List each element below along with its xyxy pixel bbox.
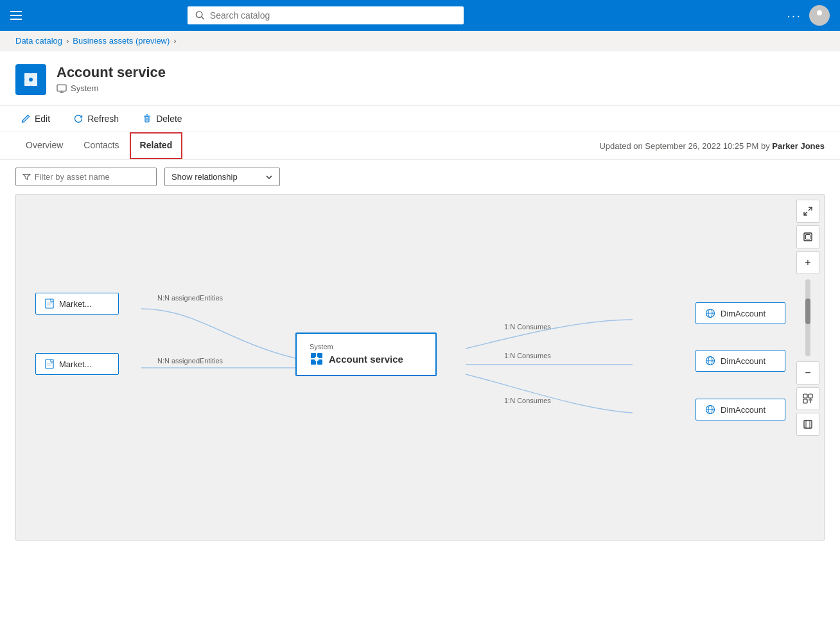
page-subtitle: System	[57, 83, 166, 93]
tabs-bar: Overview Contacts Related Updated on Sep…	[0, 132, 840, 160]
page-subtitle-text: System	[71, 83, 98, 93]
svg-line-1	[202, 17, 204, 19]
svg-point-7	[29, 78, 33, 82]
node-account-service[interactable]: System Account service	[295, 333, 437, 376]
document-icon-2	[45, 359, 54, 369]
zoom-out-icon: −	[805, 367, 810, 379]
toolbar: Edit Refresh Delete	[0, 106, 840, 132]
frame-button[interactable]	[796, 413, 819, 436]
edit-label: Edit	[35, 114, 50, 124]
search-bar	[188, 6, 464, 24]
central-node-subtitle: System	[310, 343, 333, 350]
app-header: ···	[0, 0, 840, 31]
svg-text:1:N Consumes: 1:N Consumes	[504, 397, 551, 404]
delete-icon	[142, 114, 152, 124]
graph-controls: + −	[792, 195, 824, 540]
update-text: Updated on September 26, 2022 10:25 PM b…	[599, 141, 772, 151]
svg-rect-21	[46, 299, 53, 308]
edit-button[interactable]: Edit	[15, 111, 55, 126]
node-dimaccount2[interactable]: DimAccount	[696, 350, 785, 372]
breadcrumb-separator-1: ›	[66, 36, 69, 46]
svg-line-42	[804, 212, 807, 215]
page-title-section: Account service System	[57, 64, 166, 93]
search-input[interactable]	[210, 10, 456, 21]
delete-button[interactable]: Delete	[137, 111, 187, 126]
filter-by-asset-input[interactable]	[35, 172, 150, 182]
svg-rect-8	[57, 85, 66, 91]
node-market1[interactable]: Market...	[35, 293, 119, 315]
svg-rect-11	[145, 117, 149, 122]
svg-point-2	[817, 10, 822, 15]
delete-label: Delete	[156, 114, 182, 124]
edit-icon	[21, 114, 31, 124]
svg-rect-46	[809, 394, 812, 398]
tab-overview[interactable]: Overview	[15, 132, 73, 159]
svg-rect-47	[803, 399, 807, 403]
refresh-icon	[73, 114, 83, 124]
svg-text:N:N assignedEntities: N:N assignedEntities	[157, 294, 223, 302]
avatar[interactable]	[809, 5, 830, 26]
relationship-dropdown[interactable]: Show relationship	[164, 168, 280, 186]
more-options-button[interactable]: ···	[787, 8, 801, 23]
svg-text:N:N assignedEntities: N:N assignedEntities	[157, 357, 223, 365]
layout-button[interactable]	[796, 387, 819, 410]
node-market2[interactable]: Market...	[35, 353, 119, 375]
system-icon	[57, 84, 67, 93]
data-icon-2	[705, 356, 715, 366]
market2-label: Market...	[59, 359, 92, 369]
dimaccount3-label: DimAccount	[721, 405, 766, 415]
relationship-dropdown-label: Show relationship	[171, 172, 260, 182]
zoom-in-icon: +	[805, 257, 810, 268]
svg-text:1:N Consumes: 1:N Consumes	[504, 323, 551, 331]
svg-rect-43	[804, 233, 812, 241]
dimaccount2-label: DimAccount	[721, 356, 766, 366]
document-icon-1	[45, 298, 54, 309]
market1-label: Market...	[59, 299, 92, 309]
fit-icon	[803, 232, 813, 242]
refresh-label: Refresh	[87, 114, 119, 124]
tab-update-info: Updated on September 26, 2022 10:25 PM b…	[599, 134, 825, 159]
breadcrumb-separator-2: ›	[173, 36, 176, 46]
header-right: ···	[787, 5, 830, 26]
breadcrumb-data-catalog[interactable]: Data catalog	[15, 36, 62, 46]
breadcrumb-business-assets[interactable]: Business assets (preview)	[73, 36, 170, 46]
chevron-down-icon	[265, 173, 273, 181]
page-icon	[15, 64, 46, 95]
svg-line-41	[809, 207, 812, 211]
svg-rect-51	[804, 420, 812, 428]
svg-rect-44	[806, 235, 810, 239]
search-icon	[195, 10, 205, 21]
data-icon-1	[705, 308, 715, 318]
fit-button[interactable]	[796, 225, 819, 248]
data-icon-3	[705, 404, 715, 415]
graph-area: N:N assignedEntities N:N assignedEntitie…	[15, 194, 825, 541]
svg-point-31	[315, 357, 319, 361]
node-dimaccount3[interactable]: DimAccount	[696, 399, 785, 420]
zoom-in-button[interactable]: +	[796, 251, 819, 274]
frame-icon	[803, 419, 813, 429]
expand-icon	[803, 206, 813, 216]
svg-rect-45	[803, 394, 807, 398]
node-dimaccount1[interactable]: DimAccount	[696, 302, 785, 324]
zoom-scrollbar[interactable]	[805, 279, 810, 356]
zoom-scrollbar-thumb[interactable]	[805, 298, 810, 324]
page-title: Account service	[57, 64, 166, 81]
svg-rect-24	[46, 359, 53, 368]
breadcrumb: Data catalog › Business assets (preview)…	[0, 31, 840, 51]
tabs-left: Overview Contacts Related	[15, 132, 182, 159]
filters-bar: Show relationship	[0, 160, 840, 194]
tab-contacts[interactable]: Contacts	[73, 132, 129, 159]
dimaccount1-label: DimAccount	[721, 309, 766, 318]
filter-input-container	[15, 168, 157, 186]
expand-button[interactable]	[796, 200, 819, 223]
central-node-label: Account service	[329, 354, 403, 365]
update-author: Parker Jones	[772, 141, 825, 151]
page-header: Account service System	[0, 51, 840, 106]
puzzle-icon	[310, 352, 324, 366]
refresh-button[interactable]: Refresh	[68, 111, 124, 126]
menu-icon[interactable]	[10, 11, 22, 20]
filter-icon	[22, 173, 31, 182]
layout-icon	[803, 394, 813, 404]
tab-related[interactable]: Related	[130, 132, 183, 159]
zoom-out-button[interactable]: −	[796, 361, 819, 385]
